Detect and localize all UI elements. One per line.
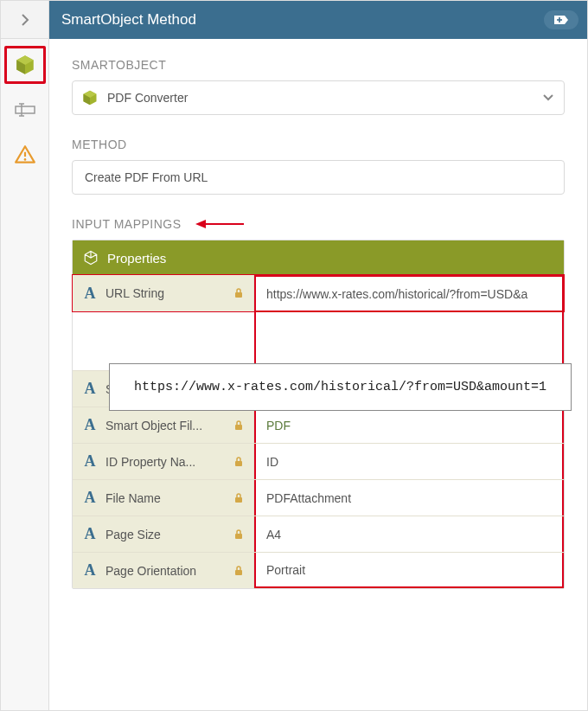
mappings-table-header: Properties — [73, 240, 564, 275]
svg-rect-13 — [235, 461, 242, 466]
property-value-cell[interactable]: A4 — [254, 516, 564, 552]
property-label: URL String — [105, 286, 226, 300]
table-row: AID Property Na...ID — [73, 443, 564, 479]
property-type-icon: A — [81, 525, 99, 543]
sidebar — [1, 1, 49, 710]
table-row: APage OrientationPortrait — [73, 552, 564, 588]
property-label: Page Size — [105, 528, 226, 541]
mappings-header-text: Properties — [107, 251, 166, 266]
sidebar-collapse-button[interactable] — [1, 1, 48, 39]
property-type-icon: A — [81, 452, 99, 471]
smartobject-dropdown[interactable]: PDF Converter — [72, 80, 565, 115]
property-label: File Name — [105, 491, 226, 505]
cube-icon — [81, 89, 99, 106]
lock-icon — [233, 287, 245, 299]
lock-icon — [233, 492, 245, 504]
svg-rect-12 — [235, 425, 242, 430]
panel-header: SmartObject Method — [49, 1, 587, 39]
sidebar-item-warning[interactable] — [4, 136, 46, 174]
property-value-cell[interactable]: https://www.x-rates.com/historical/?from… — [254, 275, 564, 311]
property-type-icon: A — [81, 380, 99, 398]
property-label: Page Orientation — [105, 564, 226, 578]
smartobject-label: SMARTOBJECT — [72, 58, 565, 72]
method-input[interactable]: Create PDF From URL — [72, 160, 565, 195]
property-label-cell: AURL String — [73, 275, 254, 311]
lock-icon — [233, 565, 245, 577]
property-label-cell: AID Property Na... — [73, 444, 254, 479]
plus-tag-icon — [553, 14, 570, 26]
property-value-cell[interactable]: PDFAttachment — [254, 480, 564, 516]
property-label-cell: APage Size — [73, 516, 254, 552]
table-row: APage SizeA4 — [73, 516, 564, 552]
lock-icon — [233, 420, 245, 432]
property-label-cell: APage Orientation — [73, 553, 254, 588]
mappings-table: Properties AURL Stringhttps://www.x-rate… — [72, 240, 565, 589]
method-label: METHOD — [72, 138, 565, 151]
table-row: AURL Stringhttps://www.x-rates.com/histo… — [73, 275, 564, 311]
svg-rect-14 — [235, 497, 242, 503]
mappings-label: INPUT MAPPINGS — [72, 217, 565, 231]
property-type-icon: A — [81, 285, 99, 303]
table-row: ASmart Object Fil...PDF — [73, 407, 564, 443]
panel-title: SmartObject Method — [61, 11, 196, 29]
chevron-down-icon — [541, 90, 555, 106]
main-panel: SmartObject Method SMARTOBJECT PDF Conve… — [49, 1, 587, 710]
property-value-cell[interactable]: ID — [254, 444, 564, 479]
warning-icon — [14, 144, 36, 166]
cube-outline-icon — [83, 250, 99, 266]
property-type-icon: A — [81, 561, 99, 580]
property-value-cell[interactable]: Portrait — [254, 553, 564, 588]
add-button[interactable] — [544, 10, 578, 29]
arrow-left-annotation-icon — [195, 218, 244, 230]
property-value-cell[interactable] — [254, 312, 564, 370]
sidebar-item-smartobject[interactable] — [4, 46, 46, 84]
panel-content: SMARTOBJECT PDF Converter METHOD Create … — [49, 39, 587, 606]
svg-rect-0 — [16, 106, 35, 113]
method-value: Create PDF From URL — [85, 170, 208, 184]
property-type-icon: A — [81, 416, 99, 434]
property-label: ID Property Na... — [105, 455, 226, 469]
property-label-cell: AFile Name — [73, 480, 254, 516]
svg-point-5 — [23, 158, 26, 161]
property-label-cell: ASmart Object Fil... — [73, 407, 254, 443]
url-tooltip: https://www.x-rates.com/historical/?from… — [109, 363, 572, 411]
svg-rect-15 — [235, 534, 242, 539]
cube-icon — [14, 54, 36, 76]
table-row: ASmart Object N... — [73, 311, 564, 370]
property-type-icon: A — [81, 489, 99, 507]
table-row: AFile NamePDFAttachment — [73, 479, 564, 516]
property-value-cell[interactable]: PDF — [254, 407, 564, 443]
property-label: Smart Object Fil... — [105, 419, 226, 432]
sidebar-item-form-field[interactable] — [4, 91, 46, 129]
smartobject-value: PDF Converter — [107, 91, 541, 105]
lock-icon — [233, 456, 245, 468]
svg-rect-9 — [235, 292, 242, 298]
lock-icon — [233, 528, 245, 541]
svg-rect-16 — [235, 570, 242, 575]
chevron-right-icon — [18, 13, 32, 27]
textfield-icon — [14, 101, 36, 118]
